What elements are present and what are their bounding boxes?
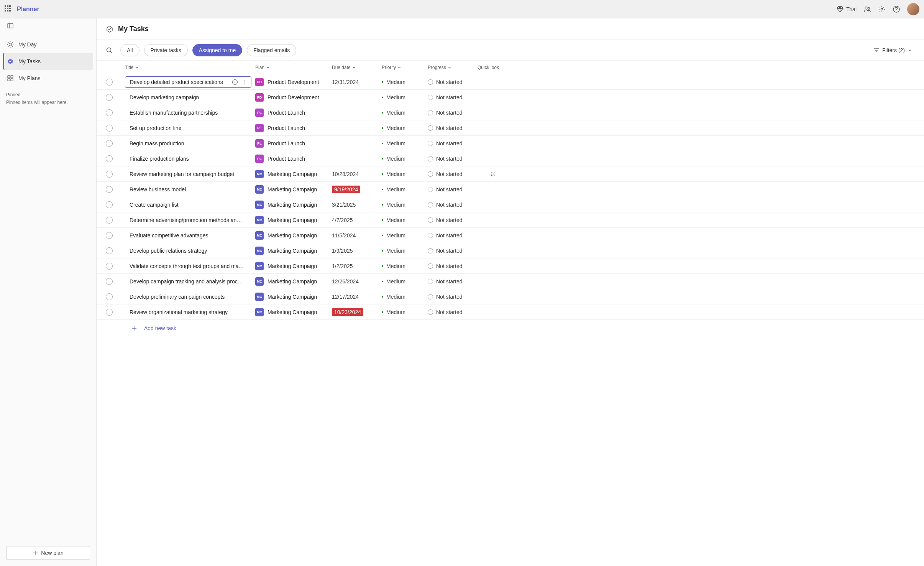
task-due-cell[interactable]: 12/31/2024	[332, 79, 382, 85]
table-row[interactable]: Develop marketing campaign PD Product De…	[97, 90, 924, 105]
new-plan-button[interactable]: New plan	[6, 546, 90, 560]
task-priority-cell[interactable]: Medium	[382, 248, 428, 254]
task-complete-radio[interactable]	[106, 278, 113, 285]
task-quick-look-cell[interactable]	[478, 171, 508, 177]
gear-icon[interactable]	[878, 5, 886, 13]
task-plan-cell[interactable]: MC Marketing Campaign	[255, 216, 332, 224]
task-complete-radio[interactable]	[106, 293, 113, 300]
task-plan-cell[interactable]: MC Marketing Campaign	[255, 293, 332, 301]
task-complete-radio[interactable]	[106, 79, 113, 86]
task-progress-cell[interactable]: Not started	[428, 263, 478, 269]
task-priority-cell[interactable]: Medium	[382, 94, 428, 100]
sidebar-item-my-day[interactable]: My Day	[3, 36, 93, 53]
task-progress-cell[interactable]: Not started	[428, 186, 478, 193]
task-plan-cell[interactable]: MC Marketing Campaign	[255, 185, 332, 194]
task-priority-cell[interactable]: Medium	[382, 140, 428, 146]
task-title-cell[interactable]: Develop detailed product specifications	[125, 76, 251, 88]
task-due-cell[interactable]: 10/23/2024	[332, 308, 382, 316]
table-row[interactable]: Develop public relations strategy MC Mar…	[97, 243, 924, 258]
task-progress-cell[interactable]: Not started	[428, 232, 478, 239]
tab-private-tasks[interactable]: Private tasks	[144, 44, 188, 56]
trial-button[interactable]: Trial	[836, 5, 857, 13]
task-priority-cell[interactable]: Medium	[382, 217, 428, 223]
task-complete-radio[interactable]	[106, 140, 113, 147]
task-progress-cell[interactable]: Not started	[428, 110, 478, 116]
table-row[interactable]: Review organizational marketing strategy…	[97, 304, 924, 320]
sidebar-item-my-plans[interactable]: My Plans	[3, 70, 93, 87]
task-priority-cell[interactable]: Medium	[382, 110, 428, 116]
avatar[interactable]	[907, 3, 919, 15]
task-priority-cell[interactable]: Medium	[382, 294, 428, 300]
task-title-cell[interactable]: Create campaign list	[125, 199, 255, 211]
task-progress-cell[interactable]: Not started	[428, 156, 478, 162]
task-due-cell[interactable]: 4/7/2025	[332, 217, 382, 223]
task-title-cell[interactable]: Develop marketing campaign	[125, 92, 255, 103]
task-complete-radio[interactable]	[106, 94, 113, 101]
table-row[interactable]: Create campaign list MC Marketing Campai…	[97, 197, 924, 212]
task-priority-cell[interactable]: Medium	[382, 171, 428, 177]
task-priority-cell[interactable]: Medium	[382, 156, 428, 162]
task-title-cell[interactable]: Begin mass production	[125, 138, 255, 149]
task-progress-cell[interactable]: Not started	[428, 125, 478, 131]
task-priority-cell[interactable]: Medium	[382, 309, 428, 315]
table-row[interactable]: Begin mass production PL Product Launch …	[97, 136, 924, 151]
task-progress-cell[interactable]: Not started	[428, 248, 478, 254]
task-priority-cell[interactable]: Medium	[382, 263, 428, 269]
table-row[interactable]: Establish manufacturing partnerships PL …	[97, 105, 924, 120]
task-progress-cell[interactable]: Not started	[428, 171, 478, 177]
task-progress-cell[interactable]: Not started	[428, 217, 478, 223]
task-plan-cell[interactable]: PL Product Launch	[255, 109, 332, 117]
task-priority-cell[interactable]: Medium	[382, 232, 428, 239]
task-title-cell[interactable]: Validate concepts through test groups an…	[125, 260, 255, 272]
more-icon[interactable]	[241, 79, 247, 85]
collapse-sidebar-icon[interactable]	[7, 22, 14, 29]
add-new-task-button[interactable]: Add new task	[97, 320, 924, 337]
column-header-progress[interactable]: Progress	[428, 65, 478, 70]
task-due-cell[interactable]: 1/9/2025	[332, 248, 382, 254]
column-header-due-date[interactable]: Due date	[332, 65, 382, 70]
task-plan-cell[interactable]: MC Marketing Campaign	[255, 201, 332, 209]
task-complete-radio[interactable]	[106, 186, 113, 193]
task-due-cell[interactable]: 11/5/2024	[332, 232, 382, 239]
task-priority-cell[interactable]: Medium	[382, 278, 428, 285]
tab-all[interactable]: All	[120, 44, 140, 56]
task-title-cell[interactable]: Review business model	[125, 184, 255, 195]
task-complete-radio[interactable]	[106, 201, 113, 208]
task-title-cell[interactable]: Develop preliminary campaign concepts	[125, 291, 255, 303]
task-plan-cell[interactable]: PL Product Launch	[255, 155, 332, 163]
task-plan-cell[interactable]: PL Product Launch	[255, 139, 332, 148]
table-row[interactable]: Review business model MC Marketing Campa…	[97, 182, 924, 197]
info-icon[interactable]	[232, 79, 238, 85]
table-row[interactable]: Set up production line PL Product Launch…	[97, 120, 924, 136]
people-icon[interactable]	[863, 5, 871, 13]
task-plan-cell[interactable]: MC Marketing Campaign	[255, 231, 332, 240]
task-progress-cell[interactable]: Not started	[428, 202, 478, 208]
search-icon[interactable]	[106, 47, 113, 54]
task-plan-cell[interactable]: MC Marketing Campaign	[255, 170, 332, 178]
table-row[interactable]: Develop preliminary campaign concepts MC…	[97, 289, 924, 304]
task-title-cell[interactable]: Set up production line	[125, 122, 255, 134]
filters-button[interactable]: Filters (2)	[871, 47, 915, 53]
task-title-cell[interactable]: Develop campaign tracking and analysis p…	[125, 276, 255, 287]
task-plan-cell[interactable]: MC Marketing Campaign	[255, 247, 332, 255]
task-priority-cell[interactable]: Medium	[382, 79, 428, 85]
column-header-title[interactable]: Title	[125, 65, 255, 70]
task-plan-cell[interactable]: MC Marketing Campaign	[255, 262, 332, 270]
table-row[interactable]: Develop detailed product specifications …	[97, 74, 924, 90]
task-title-cell[interactable]: Determine advertising/promotion methods …	[125, 214, 255, 226]
table-row[interactable]: Finalize production plans PL Product Lau…	[97, 151, 924, 166]
task-due-cell[interactable]: 12/26/2024	[332, 278, 382, 285]
task-due-cell[interactable]: 10/28/2024	[332, 171, 382, 177]
task-complete-radio[interactable]	[106, 263, 113, 270]
task-title-cell[interactable]: Finalize production plans	[125, 153, 255, 165]
task-due-cell[interactable]: 3/21/2025	[332, 202, 382, 208]
table-row[interactable]: Validate concepts through test groups an…	[97, 258, 924, 274]
task-due-cell[interactable]: 9/19/2024	[332, 186, 382, 193]
task-progress-cell[interactable]: Not started	[428, 278, 478, 285]
table-row[interactable]: Evaluate competitive advantages MC Marke…	[97, 228, 924, 243]
task-complete-radio[interactable]	[106, 125, 113, 132]
task-complete-radio[interactable]	[106, 232, 113, 239]
task-plan-cell[interactable]: MC Marketing Campaign	[255, 277, 332, 286]
app-launcher-icon[interactable]	[5, 5, 12, 13]
task-due-cell[interactable]: 12/17/2024	[332, 294, 382, 300]
